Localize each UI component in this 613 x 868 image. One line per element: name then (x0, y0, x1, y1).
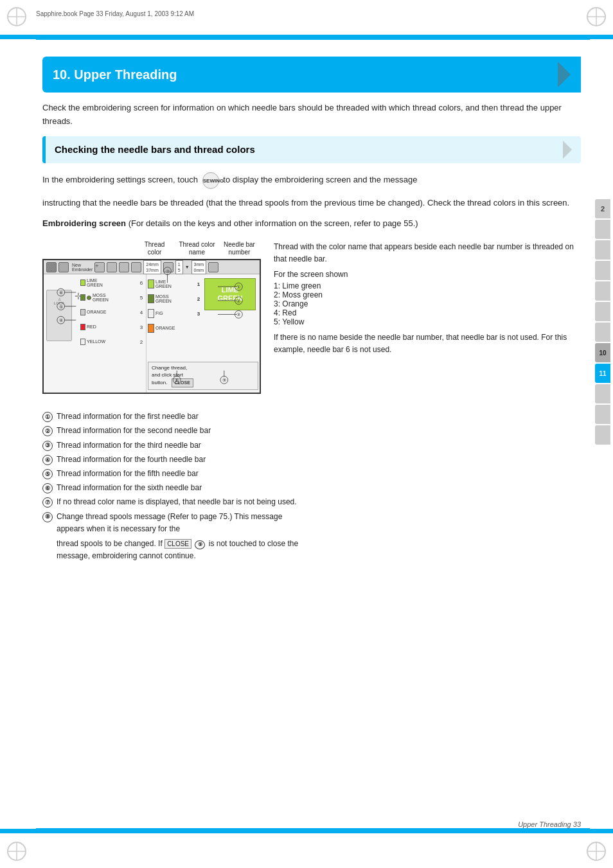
callout-circle-7: ⑦ (42, 497, 53, 508)
embroidering-screen-ref-text: (For details on the keys and other infor… (129, 218, 418, 228)
diagram-column-labels: Threadcolor Thread colorname Needle barn… (42, 241, 261, 256)
desc-text-6: Thread information for the sixth needle … (57, 482, 202, 494)
tr3-num: 3 (195, 311, 202, 317)
desc-item-4: ④ Thread information for the fourth need… (42, 454, 305, 466)
callout-circle-6: ⑥ (42, 483, 53, 493)
subsection-title: Checking the needle bars and thread colo… (42, 136, 581, 163)
callout-circle-3: ③ (42, 441, 53, 451)
chapter-tab-blank3 (595, 261, 610, 280)
nb5-swatch (80, 294, 85, 301)
corner-tr-decoration (585, 5, 608, 28)
chapter-tab-10[interactable]: 10 (595, 343, 610, 362)
tr1-swatch (148, 279, 154, 288)
nb3-label: RED (87, 324, 137, 330)
chapter-tab-blank1 (595, 220, 610, 239)
section-title: 10. Upper Threading (42, 57, 581, 93)
tr1-label: LIMEGREEN (155, 279, 194, 289)
screen-body: ⚠LOCK ✛ LIMEGREEN 6 (44, 274, 260, 393)
subsection-title-arrow (563, 141, 572, 159)
tb-dimensions: 24mm37mm (143, 260, 161, 274)
tb-v-sep: ▼ (185, 265, 190, 269)
tr2-label: MOSSGREEN (155, 294, 194, 304)
callout-circle-1: ① (42, 412, 53, 422)
subsection-title-text: Checking the needle bars and thread colo… (55, 144, 255, 155)
tb-icon-folder (46, 262, 57, 272)
tb-icon-arrow (107, 262, 117, 272)
nb-row-4: ORANGE 4 (80, 305, 145, 319)
screen-message-area: Change thread,and click startbutton. CLO… (148, 362, 258, 390)
diagram-section: Threadcolor Thread colorname Needle barn… (42, 241, 581, 394)
close-button[interactable]: CLOSE (172, 378, 193, 387)
machine-icon: ⚠LOCK (46, 290, 72, 341)
nb-row-3: RED 3 (80, 320, 145, 334)
label-needle-bar-number: Needle barnumber (222, 241, 257, 256)
nb4-num: 4 (138, 310, 145, 315)
right-thread-1: 1: Lime green (274, 281, 581, 290)
embroidery-screen: NewEmbroider + 24mm37mm 15 ▼ 3mm0mm (42, 259, 261, 394)
screen-left: ⚠LOCK ✛ LIMEGREEN 6 (44, 274, 147, 393)
right-screen-shown: For the screen shown (274, 270, 581, 279)
desc-item-6: ⑥ Thread information for the sixth needl… (42, 482, 305, 494)
top-line (36, 39, 590, 40)
desc-item-9-block: thread spools to be changed. If CLOSE ⑨ … (57, 538, 305, 562)
nb5-num: 5 (138, 295, 145, 301)
intro-text-2: In the embroidering settings screen, tou… (42, 172, 581, 189)
label-thread-color: Threadcolor (137, 241, 172, 256)
chapter-tab-2[interactable]: 2 (595, 199, 610, 218)
desc-text-4: Thread information for the fourth needle… (57, 454, 206, 466)
label-thread-color-name: Thread colorname (176, 241, 218, 256)
tr3-label: FIG (155, 311, 194, 316)
callout-circle-2: ② (42, 426, 53, 436)
nb4-swatch (80, 309, 85, 315)
tr2-num: 2 (195, 296, 202, 302)
nb2-num: 2 (138, 339, 145, 345)
nb6-swatch (80, 279, 85, 286)
right-thread-2: 2: Moss green (274, 290, 581, 299)
desc-right-placeholder (318, 404, 581, 569)
desc-item-7: ⑦ If no thread color name is displayed, … (42, 496, 305, 508)
section-title-arrow (558, 62, 571, 87)
desc-item-2: ② Thread information for the second need… (42, 425, 305, 437)
bottom-blue-bar (0, 829, 613, 833)
callout-circle-5: ⑤ (42, 469, 53, 479)
tb-icon-nav (163, 262, 173, 272)
desc-text-5: Thread information for the fifth needle … (57, 468, 199, 480)
top-blue-bar (0, 35, 613, 39)
chapter-tab-blank2 (595, 240, 610, 260)
tb-icon-settings (131, 262, 141, 272)
nb3-swatch (80, 324, 85, 330)
nb2-label: YELLOW (87, 339, 137, 344)
intro-text-2a: In the embroidering settings screen, tou… (42, 175, 198, 184)
corner-bl-decoration (5, 840, 28, 863)
intro-paragraph: Check the embroidering screen for inform… (42, 102, 581, 128)
nb5-dot (87, 296, 91, 300)
tr-row-3: FIG 3 (148, 306, 202, 321)
lime-green-box: LIME GREEN (204, 278, 256, 310)
tr-row-1: LIMEGREEN 1 (148, 277, 202, 291)
screen-message: Change thread,and click startbutton. CLO… (148, 362, 258, 390)
desc-item-9-prefix: thread spools to be changed. If (57, 539, 164, 548)
chapter-tabs: 2 10 11 (595, 199, 613, 445)
tb-icon-end (208, 262, 218, 272)
close-inline-button: CLOSE (164, 539, 191, 549)
chapter-tab-11[interactable]: 11 (595, 364, 610, 383)
chapter-tab-blank9 (595, 425, 610, 445)
desc-item-1: ① Thread information for the first needl… (42, 411, 305, 423)
desc-text-1: Thread information for the first needle … (57, 411, 199, 423)
desc-item-3: ③ Thread information for the third needl… (42, 439, 305, 452)
filepath: Sapphire.book Page 33 Friday, August 1, … (36, 10, 194, 17)
thread-rows: LIMEGREEN 1 MOSSGREEN 2 (148, 277, 202, 336)
nb-row-2: YELLOW 2 (80, 335, 145, 349)
diagram-right-desc: Thread with the color name that appears … (274, 241, 581, 356)
callout-circle-4: ④ (42, 455, 53, 465)
nb5-label: MOSSGREEN (93, 293, 137, 303)
nb3-num: 3 (138, 324, 145, 330)
needle-bar-list: LIMEGREEN 6 MOSSGREEN 5 (80, 276, 145, 350)
tb-icon-img (58, 262, 69, 272)
tb-fraction: 15 (175, 260, 183, 274)
chapter-tab-blank7 (595, 384, 610, 403)
nb-row-6: LIMEGREEN 6 (80, 276, 145, 290)
nb6-label: LIMEGREEN (87, 278, 137, 288)
right-note: If there is no name beside the needle ba… (274, 332, 581, 356)
right-thread-3: 3: Orange (274, 299, 581, 308)
